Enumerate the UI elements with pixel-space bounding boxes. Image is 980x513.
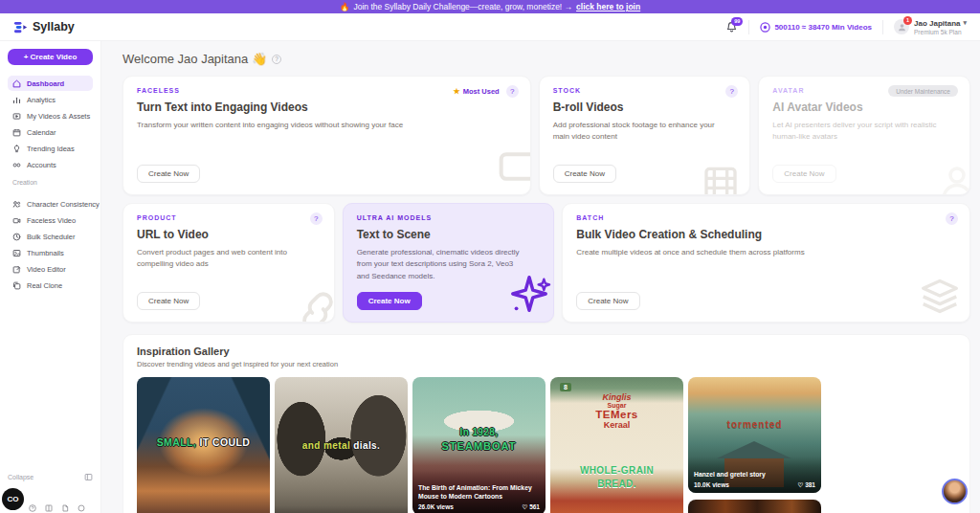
chevron-down-icon: ▾ xyxy=(963,19,967,27)
most-used-badge: ★ Most Used xyxy=(454,87,500,96)
user-avatar: 1 xyxy=(894,19,909,34)
collapse-panel-icon xyxy=(84,473,93,481)
gallery-video-5[interactable]: tormented Hanzel and gretel story 10.0K … xyxy=(688,377,821,493)
inspiration-gallery: Inspiration Gallery Discover trending vi… xyxy=(122,334,970,513)
gallery-video-2[interactable]: and metal dials. The Evolution of Photog… xyxy=(275,377,408,513)
sidebar-item-calendar[interactable]: Calendar xyxy=(8,124,93,140)
card-stock[interactable]: STOCK B-roll Videos Add professional sto… xyxy=(539,76,751,195)
sidebar-item-video-editor[interactable]: Video Editor xyxy=(8,261,93,277)
avatar-deco-icon xyxy=(937,162,970,195)
help-circle-icon[interactable] xyxy=(29,504,36,512)
fire-icon: 🔥 xyxy=(340,2,350,11)
create-now-button[interactable]: Create Now xyxy=(137,292,200,310)
info-icon[interactable]: ? xyxy=(506,85,519,98)
likes-count: 561 xyxy=(529,503,540,510)
heart-icon: ♡ xyxy=(798,481,806,488)
create-now-button[interactable]: Create Now xyxy=(576,292,639,310)
header-divider xyxy=(882,20,883,34)
film-deco-icon xyxy=(702,166,740,195)
home-icon xyxy=(12,79,21,88)
clock-icon xyxy=(12,233,21,241)
people-icon xyxy=(12,200,21,209)
extension-toolbar xyxy=(29,504,85,512)
gallery-video-3[interactable]: In 1928, STEAMBOAT The Birth of Animatio… xyxy=(412,377,546,513)
likes-count: 381 xyxy=(805,481,815,488)
user-name: Jao Japitana xyxy=(914,19,960,28)
card-faceless[interactable]: FACELESS Turn Text into Engaging Videos … xyxy=(122,76,531,195)
views-count: 10.0K views xyxy=(694,481,729,489)
lightbulb-icon xyxy=(12,145,21,153)
sidebar: + Create Video Dashboard Analytics My Vi… xyxy=(0,41,101,513)
camera-icon xyxy=(12,216,21,225)
clone-icon xyxy=(12,281,21,290)
user-menu[interactable]: 1 Jao Japitana ▾ Premium 5k Plan xyxy=(894,19,967,35)
card-text-to-scene[interactable]: ULTRA AI MODELS Text to Scene Generate p… xyxy=(343,203,555,323)
circle-icon[interactable] xyxy=(78,504,85,512)
gallery-title: Inspiration Gallery xyxy=(137,346,956,357)
video-library-icon xyxy=(12,112,21,121)
sidebar-item-my-videos[interactable]: My Videos & Assets xyxy=(8,108,93,123)
card-ai-avatar[interactable]: AVATAR AI Avatar Videos Let AI presenter… xyxy=(758,76,970,195)
document-icon[interactable] xyxy=(61,504,69,512)
sidebar-item-faceless-video[interactable]: Faceless Video xyxy=(8,212,93,228)
create-now-button: Create Now xyxy=(772,165,835,183)
promo-banner: 🔥 Join the Syllaby Daily Challenge—creat… xyxy=(0,0,980,13)
sidebar-item-bulk-scheduler[interactable]: Bulk Scheduler xyxy=(8,229,93,244)
sidebar-item-dashboard[interactable]: Dashboard xyxy=(8,76,93,91)
app-header: Syllaby 99 500110 ≈ 38470 Min Videos xyxy=(0,13,980,41)
user-plan: Premium 5k Plan xyxy=(914,29,967,35)
header-divider xyxy=(748,20,749,34)
sidebar-item-analytics[interactable]: Analytics xyxy=(8,92,93,107)
info-icon[interactable]: ? xyxy=(310,212,323,225)
brand-name: Syllaby xyxy=(33,20,75,33)
sidebar-item-trending-ideas[interactable]: Trending Ideas xyxy=(8,141,93,156)
sidebar-item-accounts[interactable]: Accounts xyxy=(8,157,93,172)
bar-chart-icon xyxy=(12,96,21,104)
create-now-button[interactable]: Create Now xyxy=(137,165,200,183)
book-icon[interactable] xyxy=(45,504,53,512)
info-icon[interactable]: ? xyxy=(946,212,958,225)
credits-menu[interactable]: 500110 ≈ 38470 Min Videos xyxy=(760,22,872,33)
notifications-button[interactable]: 99 xyxy=(725,21,738,33)
card-bulk-creation[interactable]: BATCH Bulk Video Creation & Scheduling C… xyxy=(562,203,970,323)
sidebar-item-thumbnails[interactable]: Thumbnails xyxy=(8,245,93,260)
cereal-badge: 8 xyxy=(560,383,571,391)
info-icon[interactable]: ? xyxy=(725,85,738,98)
gallery-video-4[interactable]: 8 Kinglis Sugar TEMers Keraal WHOLE-GRAI… xyxy=(550,377,683,513)
screen-deco-icon xyxy=(498,148,531,189)
sidebar-item-real-clone[interactable]: Real Clone xyxy=(8,278,93,293)
gallery-video-1[interactable]: SMALL, IT COULD xyxy=(137,377,270,513)
star-icon: ★ xyxy=(454,87,460,96)
co-extension-badge[interactable]: CO xyxy=(2,488,24,510)
credits-label: 500110 ≈ 38470 Min Videos xyxy=(774,23,872,32)
calendar-icon xyxy=(12,128,21,137)
brand-logo[interactable]: Syllaby xyxy=(13,20,75,34)
notification-count-badge: 99 xyxy=(731,17,743,27)
layers-deco-icon xyxy=(920,278,960,318)
gallery-subtitle: Discover trending videos and get inspire… xyxy=(137,360,956,368)
coin-icon xyxy=(760,22,770,33)
promo-link[interactable]: click here to join xyxy=(576,2,640,11)
create-now-button[interactable]: Create Now xyxy=(357,292,422,310)
user-alert-badge: 1 xyxy=(903,16,912,25)
heart-icon: ♡ xyxy=(523,503,530,510)
page-title: Welcome Jao Japitana 👋 xyxy=(122,52,267,66)
card-url-to-video[interactable]: PRODUCT URL to Video Convert product pag… xyxy=(122,203,335,323)
support-chat-avatar[interactable] xyxy=(942,479,968,504)
sidebar-item-character-consistency[interactable]: Character Consistency xyxy=(8,196,93,212)
create-now-button[interactable]: Create Now xyxy=(553,165,616,183)
creation-section-label: Creation xyxy=(12,179,93,186)
help-icon[interactable]: ? xyxy=(272,55,281,64)
edit-icon xyxy=(12,265,21,274)
image-icon xyxy=(12,249,21,257)
create-video-button[interactable]: + Create Video xyxy=(8,49,93,65)
promo-message: Join the Syllaby Daily Challenge—create,… xyxy=(353,2,572,11)
gallery-video-6[interactable] xyxy=(688,500,821,513)
sparkle-icon xyxy=(507,272,551,320)
main-content: Welcome Jao Japitana 👋 ? FACELESS Turn T… xyxy=(101,41,980,513)
views-count: 26.0K views xyxy=(418,503,454,511)
syllaby-logo-icon xyxy=(13,20,28,34)
link-icon xyxy=(12,161,21,169)
collapse-sidebar-button[interactable]: Collapse xyxy=(8,473,93,481)
link-deco-icon xyxy=(296,289,335,323)
